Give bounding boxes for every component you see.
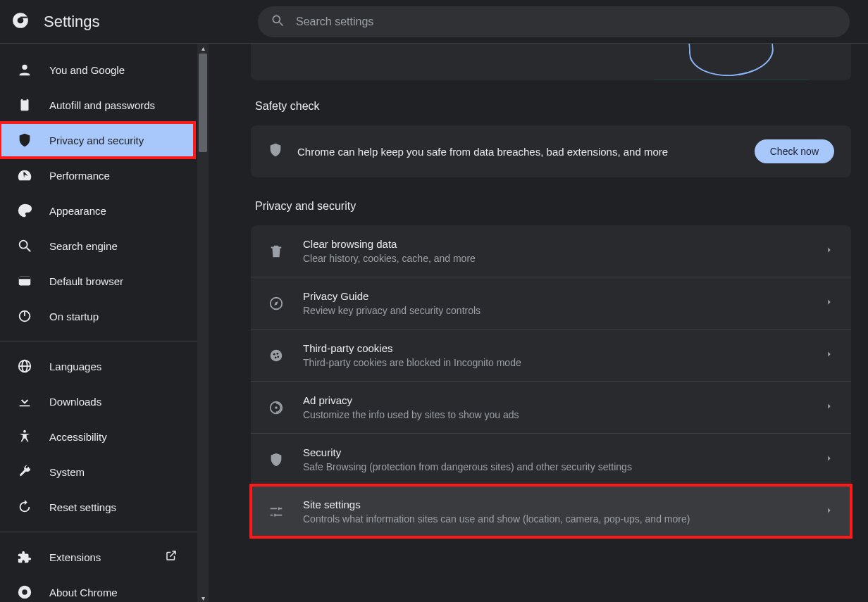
sidebar-item-label: Extensions (49, 551, 101, 563)
row-text: Privacy GuideReview key privacy and secu… (303, 290, 806, 316)
settings-sidebar: You and GoogleAutofill and passwordsPriv… (0, 44, 209, 602)
search-icon (271, 13, 285, 30)
chevron-right-icon (824, 245, 834, 258)
sidebar-item-accessibility[interactable]: Accessibility (0, 419, 194, 454)
sidebar-item-reset[interactable]: Reset settings (0, 489, 194, 525)
sidebar-item-label: Autofill and passwords (49, 99, 155, 111)
row-title: Third-party cookies (303, 342, 806, 354)
sidebar-item-about[interactable]: About Chrome (0, 575, 194, 602)
privacy-list: Clear browsing dataClear history, cookie… (251, 225, 851, 537)
sidebar-item-extensions[interactable]: Extensions (0, 539, 194, 575)
sidebar-item-label: Downloads (49, 396, 101, 408)
trash-icon (268, 244, 285, 259)
decorative-shield-outline (688, 44, 776, 79)
sidebar-item-label: Search engine (49, 240, 118, 252)
sidebar-item-default-browser[interactable]: Default browser (0, 263, 194, 299)
row-subtitle: Customize the info used by sites to show… (303, 409, 806, 420)
row-clear-data[interactable]: Clear browsing dataClear history, cookie… (251, 225, 851, 277)
sidebar-item-you-and-google[interactable]: You and Google (0, 52, 194, 87)
search-icon (17, 238, 32, 253)
scroll-up-arrow[interactable]: ▴ (199, 44, 207, 52)
row-title: Site settings (303, 498, 806, 510)
chevron-right-icon (824, 506, 834, 518)
sidebar-item-label: System (49, 466, 85, 478)
svg-point-24 (18, 17, 24, 23)
row-text: SecuritySafe Browsing (protection from d… (303, 446, 806, 472)
speed-icon (17, 168, 32, 183)
chevron-right-icon (824, 349, 834, 362)
accessibility-icon (17, 429, 32, 444)
wrench-icon (17, 464, 32, 479)
app-header: Settings (0, 0, 868, 44)
sidebar-scrollbar[interactable]: ▴ ▾ (197, 44, 209, 602)
sidebar-item-performance[interactable]: Performance (0, 158, 194, 193)
chrome-icon (17, 584, 32, 600)
row-text: Ad privacyCustomize the info used by sit… (303, 394, 806, 420)
row-ad-privacy[interactable]: Ad privacyCustomize the info used by sit… (251, 381, 851, 433)
browser-icon (17, 273, 32, 289)
person-icon (17, 62, 32, 77)
section-title-privacy: Privacy and security (255, 200, 851, 213)
scrollbar-thumb[interactable] (199, 54, 207, 152)
sidebar-item-privacy[interactable]: Privacy and security (0, 123, 194, 158)
ad-icon (268, 400, 285, 415)
sidebar-item-label: Privacy and security (49, 134, 144, 146)
palette-icon (17, 203, 32, 218)
sidebar-item-label: Default browser (49, 275, 123, 287)
safety-banner-card (251, 44, 851, 80)
row-third-party-cookies[interactable]: Third-party cookiesThird-party cookies a… (251, 329, 851, 381)
search-input[interactable] (296, 15, 837, 28)
row-subtitle: Third-party cookies are blocked in Incog… (303, 357, 806, 368)
chevron-right-icon (824, 297, 834, 310)
scroll-down-arrow[interactable]: ▾ (199, 594, 207, 602)
sidebar-item-label: Accessibility (49, 431, 107, 443)
power-icon (17, 308, 32, 324)
row-text: Clear browsing dataClear history, cookie… (303, 238, 806, 264)
sidebar-item-label: Languages (49, 360, 101, 372)
compass-icon (268, 296, 285, 311)
sidebar-item-label: Reset settings (49, 501, 116, 513)
safety-check-text: Chrome can help keep you safe from data … (297, 146, 740, 158)
section-title-safety: Safety check (255, 100, 851, 113)
row-security[interactable]: SecuritySafe Browsing (protection from d… (251, 433, 851, 485)
row-text: Site settingsControls what information s… (303, 498, 806, 525)
row-subtitle: Controls what information sites can use … (303, 513, 806, 525)
row-title: Privacy Guide (303, 290, 806, 302)
external-link-icon (165, 549, 178, 565)
sidebar-item-search-engine[interactable]: Search engine (0, 228, 194, 263)
row-subtitle: Clear history, cookies, cache, and more (303, 253, 806, 264)
chevron-right-icon (824, 401, 834, 414)
sidebar-item-system[interactable]: System (0, 454, 194, 489)
cookie-icon (268, 348, 285, 363)
sidebar-item-downloads[interactable]: Downloads (0, 384, 194, 419)
sidebar-item-autofill[interactable]: Autofill and passwords (0, 87, 194, 123)
row-title: Clear browsing data (303, 238, 806, 250)
check-now-button[interactable]: Check now (755, 139, 834, 163)
tune-icon (268, 504, 285, 520)
svg-point-25 (273, 15, 280, 23)
extension-icon (17, 549, 32, 565)
row-privacy-guide[interactable]: Privacy GuideReview key privacy and secu… (251, 277, 851, 329)
clipboard-icon (17, 97, 32, 113)
sidebar-divider (0, 532, 197, 532)
sidebar-item-label: On startup (49, 311, 99, 322)
row-title: Ad privacy (303, 394, 806, 406)
main-content: Safety check Chrome can help keep you sa… (209, 44, 868, 602)
shield-icon (268, 142, 283, 161)
row-subtitle: Safe Browsing (protection from dangerous… (303, 461, 806, 472)
safety-check-card: Chrome can help keep you safe from data … (251, 125, 851, 177)
sidebar-item-languages[interactable]: Languages (0, 349, 194, 384)
search-settings[interactable] (258, 6, 850, 37)
page-title: Settings (44, 13, 100, 31)
download-icon (17, 394, 32, 409)
row-site-settings[interactable]: Site settingsControls what information s… (251, 485, 851, 537)
sidebar-item-appearance[interactable]: Appearance (0, 193, 194, 228)
sidebar-item-on-startup[interactable]: On startup (0, 299, 194, 334)
svg-line-26 (280, 22, 283, 25)
shield-icon (268, 452, 285, 468)
row-subtitle: Review key privacy and security controls (303, 305, 806, 316)
history-icon (17, 499, 32, 515)
chevron-right-icon (824, 453, 834, 466)
decorative-line (654, 80, 809, 80)
sidebar-item-label: About Chrome (49, 587, 118, 598)
